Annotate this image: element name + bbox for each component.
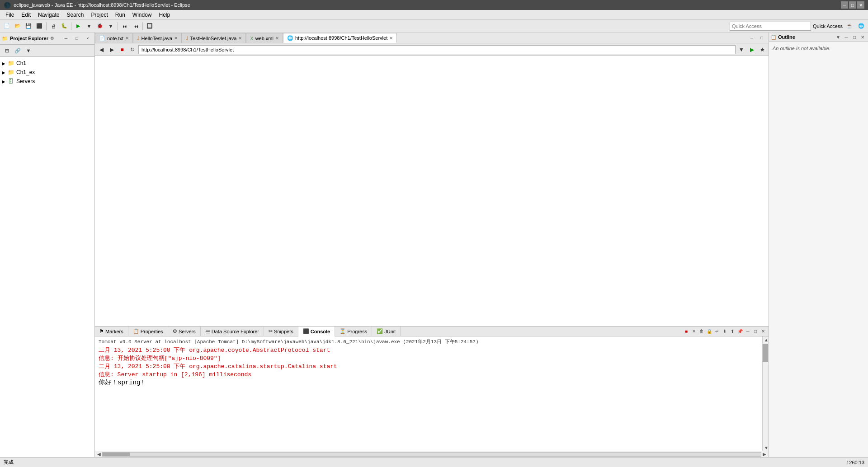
menu-file[interactable]: File xyxy=(2,11,18,19)
outline-view-menu-button[interactable]: ▼ xyxy=(835,33,842,41)
console-scroll-lock-button[interactable]: 🔒 xyxy=(706,328,713,335)
menu-navigate[interactable]: Navigate xyxy=(34,11,63,19)
console-scrolldown-button[interactable]: ▼ xyxy=(763,444,769,451)
editor-tab-maximize-button[interactable]: □ xyxy=(757,33,767,43)
tab-junit[interactable]: ✅ JUnit xyxy=(372,327,401,336)
console-word-wrap-button[interactable]: ↵ xyxy=(713,328,721,335)
browser-bookmark-button[interactable]: ★ xyxy=(758,45,767,54)
tab-web-xml-close[interactable]: ✕ xyxy=(275,36,279,41)
outline-maximize-button[interactable]: □ xyxy=(851,33,858,41)
tb-open-button[interactable]: 📂 xyxy=(13,21,23,31)
console-h-scroll-track[interactable] xyxy=(102,452,761,457)
browser-stop-button[interactable]: ■ xyxy=(118,45,127,54)
tab-hellotest-java[interactable]: J HelloTest.java ✕ xyxy=(133,33,182,43)
console-pin-button[interactable]: 📌 xyxy=(736,328,744,335)
minimize-button[interactable]: ─ xyxy=(841,1,848,9)
browser-refresh-button[interactable]: ↻ xyxy=(128,45,137,54)
tab-testhelloservlet-java-label: TestHelloServlet.java xyxy=(190,36,237,41)
tab-note-txt[interactable]: 📄 note.txt ✕ xyxy=(95,33,133,43)
tab-testhelloservlet-close[interactable]: ✕ xyxy=(238,36,242,41)
tb-run-drop-button[interactable]: ▼ xyxy=(84,21,94,31)
pe-close-button[interactable]: × xyxy=(83,33,93,43)
console-stop-button[interactable]: ■ xyxy=(683,328,690,335)
tab-markers-label: Markers xyxy=(105,329,123,334)
tb-perspective-button[interactable]: 🔲 xyxy=(145,21,155,31)
browser-toolbar: ◀ ▶ ■ ↻ ▼ ▶ ★ xyxy=(95,43,769,56)
web-xml-icon: X xyxy=(250,36,253,41)
console-h-scroll-right-button[interactable]: ▶ xyxy=(761,452,768,457)
tb-print-button[interactable]: 🖨 xyxy=(48,21,58,31)
ch1ex-label: Ch1_ex xyxy=(16,69,35,75)
browser-content xyxy=(95,56,769,326)
console-h-scroll-left-button[interactable]: ◀ xyxy=(96,452,102,457)
bottom-minimize-button[interactable]: ─ xyxy=(744,328,751,335)
pe-collapse-button[interactable]: ⊟ xyxy=(2,46,12,56)
tree-item-ch1ex[interactable]: ▶ 📁 Ch1_ex xyxy=(0,68,94,77)
menu-help[interactable]: Help xyxy=(156,11,174,19)
console-prev-button[interactable]: ⬆ xyxy=(729,328,736,335)
pe-maximize-button[interactable]: □ xyxy=(72,33,82,43)
tree-item-ch1[interactable]: ▶ 📁 Ch1 xyxy=(0,59,94,68)
quick-access-area: Quick Access ☕ 🌐 xyxy=(730,21,866,31)
tab-progress[interactable]: ⏳ Progress xyxy=(335,327,372,336)
pe-view-menu-button[interactable]: ▼ xyxy=(24,46,33,56)
outline-close-button[interactable]: ✕ xyxy=(859,33,866,41)
tb-debug-button[interactable]: 🐛 xyxy=(59,21,69,31)
tab-snippets[interactable]: ✂ Snippets xyxy=(264,327,298,336)
console-clear-button[interactable]: 🗑 xyxy=(698,328,705,335)
editor-tab-minimize-button[interactable]: ─ xyxy=(747,33,757,43)
tab-datasource[interactable]: 🗃 Data Source Explorer xyxy=(201,327,264,336)
tab-web-xml[interactable]: X web.xml ✕ xyxy=(246,33,283,43)
menu-project[interactable]: Project xyxy=(87,11,111,19)
tree-item-servers[interactable]: ▶ 🗄 Servers xyxy=(0,77,94,86)
close-button[interactable]: ✕ xyxy=(857,1,864,9)
console-scrollthumb[interactable] xyxy=(763,344,768,362)
menu-run[interactable]: Run xyxy=(112,11,129,19)
outline-minimize-button[interactable]: ─ xyxy=(843,33,850,41)
console-next-button[interactable]: ⬇ xyxy=(721,328,728,335)
tab-testhelloservlet-java[interactable]: J TestHelloServlet.java ✕ xyxy=(182,33,246,43)
outline-header: 📋 Outline ▼ ─ □ ✕ xyxy=(769,33,868,42)
menubar: File Edit Navigate Search Project Run Wi… xyxy=(0,10,868,20)
browser-go-button[interactable]: ▶ xyxy=(747,45,756,54)
tab-properties[interactable]: 📋 Properties xyxy=(128,327,168,336)
tab-console[interactable]: ⬛ Console xyxy=(298,327,335,336)
outline-icon: 📋 xyxy=(771,35,776,40)
menu-edit[interactable]: Edit xyxy=(18,11,34,19)
pe-link-button[interactable]: 🔗 xyxy=(13,46,23,56)
menu-search[interactable]: Search xyxy=(63,11,87,19)
console-h-scroll-thumb[interactable] xyxy=(103,453,130,456)
tb-run-button[interactable]: ▶ xyxy=(73,21,83,31)
tab-hellotest-close[interactable]: ✕ xyxy=(174,36,178,41)
maximize-button[interactable]: □ xyxy=(849,1,856,9)
testhelloservlet-icon: J xyxy=(186,36,189,41)
tb-prev-button[interactable]: ⏮ xyxy=(131,21,141,31)
tb-perspective-java-button[interactable]: ☕ xyxy=(844,21,854,31)
bottom-maximize-button[interactable]: □ xyxy=(752,328,759,335)
tb-debug2-drop-button[interactable]: ▼ xyxy=(106,21,116,31)
tb-next-button[interactable]: ⏭ xyxy=(120,21,130,31)
menu-window[interactable]: Window xyxy=(129,11,156,19)
tb-debug2-button[interactable]: 🐞 xyxy=(95,21,105,31)
tab-servers[interactable]: ⚙ Servers xyxy=(168,327,201,336)
bottom-close-button[interactable]: ✕ xyxy=(760,328,767,335)
tb-new-button[interactable]: 📄 xyxy=(2,21,12,31)
browser-forward-button[interactable]: ▶ xyxy=(107,45,116,54)
pe-minimize-button[interactable]: ─ xyxy=(61,33,71,43)
url-dropdown-button[interactable]: ▼ xyxy=(737,45,746,54)
tb-save-all-button[interactable]: ⬛ xyxy=(34,21,44,31)
project-explorer: 📁 Project Explorer ⚙ ─ □ × ⊟ 🔗 ▼ ▶ 📁 Ch1… xyxy=(0,33,95,457)
console-scrollup-button[interactable]: ▲ xyxy=(763,336,769,343)
tb-perspective-javaee-button[interactable]: 🌐 xyxy=(856,21,866,31)
quick-access-input[interactable] xyxy=(730,22,811,31)
url-bar[interactable] xyxy=(138,45,736,54)
tb-save-button[interactable]: 💾 xyxy=(24,21,33,31)
pe-header: 📁 Project Explorer ⚙ ─ □ × xyxy=(0,33,94,45)
tab-markers[interactable]: ⚑ Markers xyxy=(95,327,128,336)
tab-browser[interactable]: 🌐 http://localhost:8998/Ch1/TestHelloSer… xyxy=(283,33,397,43)
tab-note-txt-close[interactable]: ✕ xyxy=(125,36,129,41)
console-line-2: 信息: 开始协议处理句柄["ajp-nio-8009"] xyxy=(99,354,759,362)
browser-back-button[interactable]: ◀ xyxy=(97,45,106,54)
console-disconnect-button[interactable]: ✕ xyxy=(690,328,698,335)
tab-browser-close[interactable]: ✕ xyxy=(389,36,393,41)
